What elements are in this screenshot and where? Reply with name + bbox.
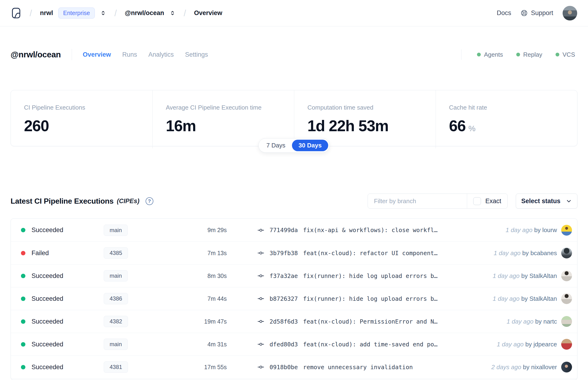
status-dot [21,228,25,232]
commit-hash: b8726327 [269,295,298,302]
toggle-30-days[interactable]: 30 Days [292,140,328,151]
breadcrumb-page: Overview [194,9,222,17]
date-range-toggle: 7 Days 30 Days [258,138,329,152]
cipe-row[interactable]: Succeeded main 8m 30s f37a32ae fix(runne… [11,264,577,287]
stat-unit: % [468,124,475,133]
user-avatar[interactable] [563,6,577,20]
breadcrumb-workspace-selector[interactable]: @nrwl/ocean [125,9,176,17]
chevron-down-icon [566,198,572,204]
avatar[interactable] [561,225,572,236]
avatar[interactable] [561,339,572,350]
status-agents[interactable]: Agents [477,51,503,58]
time-ago: 2 days ago [491,363,521,371]
time-ago: 1 day ago [507,318,533,325]
commit-hash: dfed80d3 [269,341,298,348]
exact-checkbox[interactable] [473,197,481,205]
status-label: Succeeded [32,272,63,280]
status-label: Succeeded [32,295,63,303]
duration: 7m 13s [160,250,227,257]
workspace-header: @nrwl/ocean Overview Runs Analytics Sett… [11,48,577,61]
avatar[interactable] [561,362,572,373]
avatar[interactable] [561,316,572,327]
avatar[interactable] [561,293,572,304]
author: by StalkAltan [521,295,557,302]
duration: 19m 47s [160,318,227,325]
stat-ci-pipeline-executions: CI Pipeline Executions 260 [11,90,152,148]
avatar[interactable] [561,247,572,258]
author: by jdpearce [525,341,557,348]
branch-badge[interactable]: 4381 [104,361,128,373]
chevron-updown-icon [100,10,106,16]
cipe-row[interactable]: Succeeded 4382 19m 47s 2d58f6d3 feat(nx-… [11,310,577,333]
green-dot-icon [516,53,520,57]
branch-badge[interactable]: main [104,339,128,350]
cipe-row[interactable]: Failed 4385 7m 13s 3b79fb38 feat(nx-clou… [11,242,577,264]
cipe-row[interactable]: Succeeded 4386 7m 44s b8726327 fix(runne… [11,287,577,310]
commit-message: feat(nx-cloud): refactor UI component… [303,250,437,257]
duration: 4m 31s [160,341,227,348]
git-commit-icon [257,341,264,348]
branch-filter-input[interactable] [368,197,467,205]
chevron-updown-icon [169,10,176,16]
branch-badge[interactable]: main [104,225,128,236]
breadcrumb-separator: / [184,7,186,18]
section-subtitle: (CIPEs) [117,197,139,205]
branch-badge[interactable]: 4385 [104,247,128,259]
commit-message: fix(runner): hide log upload errors b… [303,295,437,302]
stat-label: Average CI Pipeline Execution time [166,104,281,111]
author: by StalkAltan [521,272,557,279]
nx-cloud-logo[interactable] [11,7,22,19]
section-title: Latest CI Pipeline Executions [11,197,114,206]
tab-analytics[interactable]: Analytics [148,51,174,58]
stat-label: CI Pipeline Executions [24,104,139,111]
status-replay[interactable]: Replay [516,51,542,58]
avatar[interactable] [561,270,572,281]
duration: 9m 29s [160,227,227,233]
breadcrumb-separator: / [114,7,117,18]
branch-badge[interactable]: 4382 [104,316,128,327]
cipe-row-partial [11,378,577,380]
status-dot [21,342,25,347]
tab-runs[interactable]: Runs [122,51,137,58]
help-icon[interactable]: ? [146,197,153,205]
tab-overview[interactable]: Overview [83,51,111,58]
cipe-row[interactable]: Succeeded 4381 17m 55s 0918b0be remove u… [11,356,577,378]
cipe-row[interactable]: Succeeded main 9m 29s 771499da fix(nx-ap… [11,219,577,242]
exact-label[interactable]: Exact [485,197,501,205]
commit-hash: 3b79fb38 [269,250,298,257]
commit-hash: f37a32ae [269,272,298,279]
git-commit-icon [257,318,264,325]
branch-filter-group: Exact [368,193,508,209]
git-commit-icon [257,295,264,302]
git-commit-icon [257,227,264,234]
docs-link[interactable]: Docs [497,9,511,17]
select-status-dropdown[interactable]: Select status [516,193,577,209]
select-status-label: Select status [521,197,560,205]
status-dot [21,251,25,255]
status-vcs[interactable]: VCS [555,51,575,58]
author: by lourw [534,227,557,233]
author: by nixallover [523,363,557,371]
time-ago: 1 day ago [494,249,520,257]
support-label: Support [531,9,553,17]
status-label: Replay [523,51,542,58]
cipe-row[interactable]: Succeeded main 4m 31s dfed80d3 feat(nx-c… [11,333,577,356]
cipe-section-header: Latest CI Pipeline Executions (CIPEs) ? … [11,193,577,209]
branch-badge[interactable]: main [104,270,128,282]
toggle-7-days[interactable]: 7 Days [260,140,292,151]
tab-settings[interactable]: Settings [185,51,208,58]
green-dot-icon [555,53,559,57]
branch-badge[interactable]: 4386 [104,293,128,304]
status-label: Succeeded [32,363,63,371]
stat-value: 260 [24,117,49,135]
commit-hash: 771499da [269,227,298,233]
stat-cache-hit-rate: Cache hit rate 66 % [436,90,577,148]
cipe-table: Succeeded main 9m 29s 771499da fix(nx-ap… [11,218,577,380]
commit-message: fix(nx-api & workflows): close workfl… [303,227,437,233]
support-link[interactable]: Support [520,9,553,17]
divider [72,49,72,60]
page-title: @nrwl/ocean [11,50,61,59]
breadcrumb-org-selector[interactable]: nrwl Enterprise [40,7,106,19]
stat-value: 16m [166,117,196,135]
git-commit-icon [257,363,264,371]
